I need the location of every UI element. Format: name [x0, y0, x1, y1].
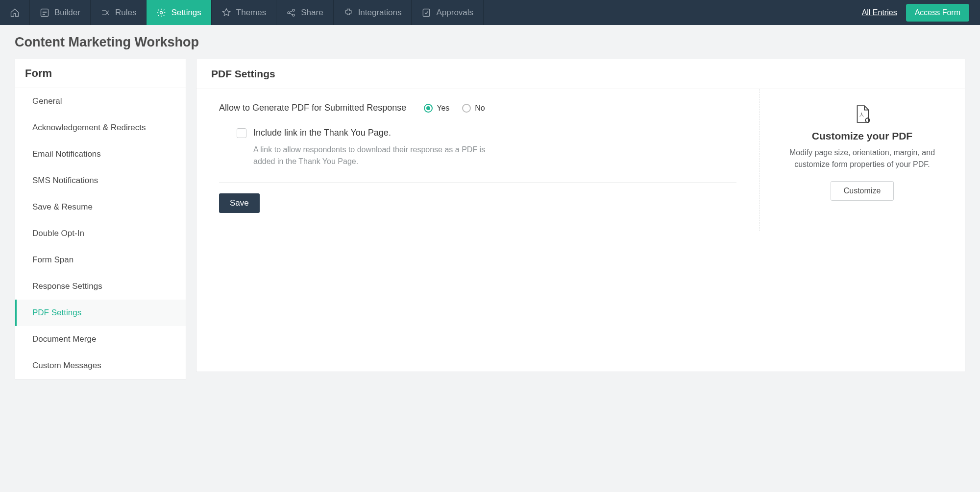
customize-button[interactable]: Customize	[831, 181, 894, 201]
nav-themes[interactable]: Themes	[212, 0, 276, 25]
sidebar-item-label: Save & Resume	[32, 202, 93, 211]
page-title: Content Marketing Workshop	[0, 25, 980, 59]
share-icon	[286, 8, 296, 18]
sidebar-item-acknowledgement[interactable]: Acknowledgement & Redirects	[15, 115, 186, 141]
sidebar-item-sms-notifications[interactable]: SMS Notifications	[15, 167, 186, 194]
nav-label: Approvals	[436, 8, 473, 18]
sidebar-header: Form	[15, 59, 186, 88]
sidebar-item-double-opt-in[interactable]: Double Opt-In	[15, 220, 186, 247]
settings-sidebar: Form General Acknowledgement & Redirects…	[15, 59, 186, 379]
nav-label: Builder	[54, 8, 80, 18]
nav-settings[interactable]: Settings	[147, 0, 211, 25]
integrations-icon	[343, 8, 353, 18]
svg-rect-5	[423, 9, 430, 16]
sidebar-item-general[interactable]: General	[15, 88, 186, 115]
include-link-description: A link to allow respondents to download …	[237, 144, 491, 167]
sidebar-item-custom-messages[interactable]: Custom Messages	[15, 352, 186, 379]
nav-approvals[interactable]: Approvals	[412, 0, 484, 25]
nav-label: Settings	[171, 8, 201, 18]
save-button[interactable]: Save	[219, 193, 260, 213]
sidebar-item-label: Double Opt-In	[32, 229, 84, 238]
panel-header: PDF Settings	[196, 59, 965, 89]
nav-spacer	[484, 0, 862, 25]
panel-body: Allow to Generate PDF for Submitted Resp…	[196, 89, 965, 231]
customize-pdf-title: Customize your PDF	[812, 130, 912, 142]
allow-generate-pdf-label: Allow to Generate PDF for Submitted Resp…	[219, 103, 406, 113]
allow-generate-pdf-radio-group: Yes No	[424, 104, 485, 113]
nav-rules[interactable]: Rules	[91, 0, 147, 25]
radio-dot-icon	[426, 106, 430, 110]
home-icon	[10, 8, 20, 18]
sidebar-item-label: Form Span	[32, 255, 74, 264]
nav-label: Share	[301, 8, 323, 18]
sidebar-item-document-merge[interactable]: Document Merge	[15, 326, 186, 352]
sidebar-item-save-resume[interactable]: Save & Resume	[15, 194, 186, 220]
sidebar-item-form-span[interactable]: Form Span	[15, 247, 186, 273]
sidebar-item-label: Custom Messages	[32, 361, 101, 370]
radio-yes[interactable]: Yes	[424, 104, 449, 113]
panel-left: Allow to Generate PDF for Submitted Resp…	[196, 89, 759, 231]
builder-icon	[40, 8, 49, 18]
sidebar-item-label: Acknowledgement & Redirects	[32, 123, 146, 132]
sidebar-item-pdf-settings[interactable]: PDF Settings	[15, 300, 186, 326]
allow-generate-pdf-row: Allow to Generate PDF for Submitted Resp…	[219, 103, 736, 113]
main-panel: PDF Settings Allow to Generate PDF for S…	[196, 59, 965, 372]
settings-icon	[156, 8, 166, 18]
svg-text:人: 人	[859, 112, 863, 117]
all-entries-link[interactable]: All Entries	[862, 8, 897, 17]
approvals-icon	[421, 8, 431, 18]
access-form-button[interactable]: Access Form	[906, 4, 969, 22]
sidebar-item-label: General	[32, 96, 62, 106]
radio-label: Yes	[437, 104, 449, 113]
include-link-checkbox[interactable]	[237, 128, 246, 138]
pdf-customize-icon: 人	[852, 104, 873, 124]
radio-no[interactable]: No	[462, 104, 485, 113]
include-link-setting: Include link in the Thank You Page. A li…	[219, 128, 736, 183]
top-nav-left: Builder Rules Settings Themes Share	[0, 0, 484, 25]
top-nav: Builder Rules Settings Themes Share	[0, 0, 980, 25]
sidebar-item-response-settings[interactable]: Response Settings	[15, 273, 186, 300]
radio-circle-icon	[424, 104, 433, 113]
nav-builder[interactable]: Builder	[30, 0, 91, 25]
sidebar-item-label: SMS Notifications	[32, 176, 98, 185]
rules-icon	[100, 8, 110, 18]
sidebar-item-label: Document Merge	[32, 334, 96, 344]
panel-right: 人 Customize your PDF Modify page size, o…	[759, 89, 965, 231]
include-link-checkbox-row: Include link in the Thank You Page.	[237, 128, 736, 138]
themes-icon	[221, 8, 231, 18]
nav-label: Integrations	[358, 8, 402, 18]
sidebar-item-label: PDF Settings	[32, 308, 81, 317]
nav-integrations[interactable]: Integrations	[334, 0, 412, 25]
content-area: Form General Acknowledgement & Redirects…	[0, 59, 980, 394]
sidebar-item-label: Email Notifications	[32, 149, 101, 159]
nav-label: Themes	[236, 8, 266, 18]
sidebar-item-label: Response Settings	[32, 281, 102, 291]
radio-label: No	[475, 104, 485, 113]
nav-label: Rules	[115, 8, 136, 18]
nav-share[interactable]: Share	[276, 0, 333, 25]
radio-circle-icon	[462, 104, 471, 113]
include-link-label: Include link in the Thank You Page.	[253, 128, 391, 138]
nav-home[interactable]	[0, 0, 30, 25]
top-nav-right: All Entries Access Form	[862, 0, 980, 25]
sidebar-item-email-notifications[interactable]: Email Notifications	[15, 141, 186, 167]
svg-point-1	[160, 11, 163, 14]
customize-pdf-description: Modify page size, orientation, margin, a…	[773, 147, 951, 170]
